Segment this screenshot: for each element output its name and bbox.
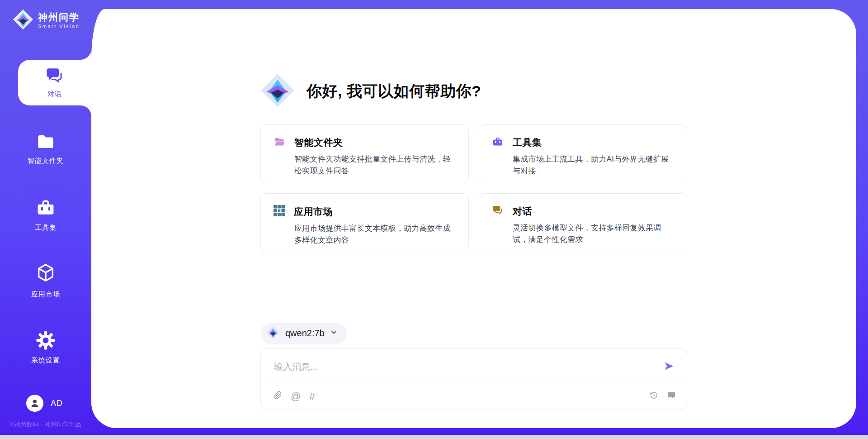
sidebar-item-chat[interactable]: 对话 — [18, 60, 91, 105]
card-description: 灵活切换多模型文件，支持多样回复效果调试，满足个性化需求 — [513, 222, 674, 246]
assistant-diamond-logo-icon — [260, 73, 295, 110]
brand-logo-block: 神州问学 Smart Vision — [13, 9, 80, 32]
greeting-block: 你好, 我可以如何帮助你? — [260, 73, 481, 110]
main-panel: 你好, 我可以如何帮助你? 智能文件夹 智能文件夹功能支持批量文件上传与清洗，轻… — [91, 9, 856, 428]
chat-bubbles-icon — [46, 67, 64, 87]
conversation-button[interactable] — [667, 391, 676, 402]
chat-square-icon — [667, 391, 676, 402]
sidebar: 神州问学 Smart Vision 对话 智能文件夹 — [0, 0, 91, 439]
model-diamond-logo-icon — [266, 326, 280, 341]
paperclip-icon — [273, 391, 282, 402]
user-initials: AD — [51, 399, 63, 408]
brand-name: 神州问学 — [38, 12, 80, 23]
folder-open-icon — [274, 136, 285, 149]
card-title: 工具集 — [513, 136, 542, 149]
message-input[interactable] — [273, 361, 661, 372]
main-content: 你好, 我可以如何帮助你? 智能文件夹 智能文件夹功能支持批量文件上传与清洗，轻… — [260, 9, 687, 428]
sidebar-item-label: 工具集 — [35, 224, 57, 232]
card-title: 应用市场 — [294, 205, 333, 218]
hash-icon: # — [309, 391, 315, 402]
grid-icon — [274, 205, 285, 218]
card-description: 集成市场上主流工具，助力AI与外界无缝扩展与对接 — [513, 153, 674, 177]
card-description: 应用市场提供丰富长文本模板，助力高效生成多样化文章内容 — [294, 223, 456, 247]
send-button[interactable] — [661, 358, 677, 375]
sidebar-item-label: 系统设置 — [31, 356, 60, 365]
sidebar-item-label: 智能文件夹 — [28, 157, 64, 165]
page-scrollbar[interactable] — [0, 435, 868, 439]
user-block[interactable]: AD — [26, 395, 63, 412]
sidebar-item-toolkit[interactable]: 工具集 — [0, 198, 91, 232]
cube-icon — [35, 262, 56, 286]
copyright-text: ©神州数码 · 神州问学出品 — [0, 420, 91, 429]
gear-icon — [36, 330, 56, 352]
history-button[interactable] — [649, 391, 658, 402]
feature-cards: 智能文件夹 智能文件夹功能支持批量文件上传与清洗，轻松实现文件问答 工具集 — [260, 124, 687, 252]
card-smart-folder[interactable]: 智能文件夹 智能文件夹功能支持批量文件上传与清洗，轻松实现文件问答 — [260, 124, 469, 183]
history-icon — [649, 391, 658, 402]
model-name: qwen2:7b — [285, 328, 325, 339]
sidebar-item-app-market[interactable]: 应用市场 — [0, 262, 91, 299]
send-icon — [663, 360, 675, 373]
card-chat[interactable]: 对话 灵活切换多模型文件，支持多样回复效果调试，满足个性化需求 — [479, 193, 687, 252]
tab-fillet-bottom — [80, 105, 91, 116]
avatar — [26, 395, 43, 412]
card-toolkit[interactable]: 工具集 集成市场上主流工具，助力AI与外界无缝扩展与对接 — [479, 124, 687, 183]
briefcase-icon — [36, 198, 56, 220]
message-composer: @ # — [260, 348, 687, 410]
brand-diamond-logo-icon — [13, 9, 33, 32]
card-title: 智能文件夹 — [294, 136, 343, 149]
chevron-down-icon — [330, 329, 338, 338]
card-app-market[interactable]: 应用市场 应用市场提供丰富长文本模板，助力高效生成多样化文章内容 — [260, 193, 469, 252]
sidebar-item-smart-folder[interactable]: 智能文件夹 — [0, 133, 91, 165]
chat-bubbles-icon — [492, 205, 504, 218]
attach-button[interactable] — [273, 391, 282, 402]
folder-icon — [36, 133, 55, 153]
composer-toolbar: @ # — [261, 383, 687, 410]
at-icon: @ — [291, 391, 301, 402]
topic-button[interactable]: # — [309, 391, 315, 402]
model-selector[interactable]: qwen2:7b — [260, 323, 347, 344]
brand-subtitle: Smart Vision — [38, 24, 80, 29]
card-description: 智能文件夹功能支持批量文件上传与清洗，轻松实现文件问答 — [294, 153, 456, 177]
greeting-title: 你好, 我可以如何帮助你? — [307, 81, 481, 102]
briefcase-icon — [492, 136, 504, 149]
card-title: 对话 — [513, 205, 532, 218]
mention-button[interactable]: @ — [291, 391, 301, 402]
sidebar-item-label: 应用市场 — [31, 290, 60, 299]
sidebar-item-label: 对话 — [47, 90, 62, 99]
tab-fillet-top — [80, 49, 91, 60]
sidebar-item-settings[interactable]: 系统设置 — [0, 330, 91, 365]
